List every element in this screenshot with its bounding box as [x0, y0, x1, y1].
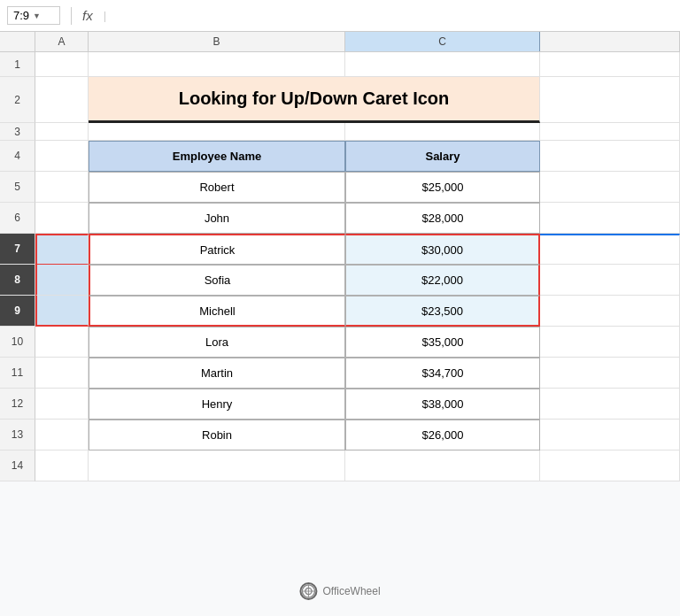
row-number-13[interactable]: 13 — [0, 420, 35, 450]
cell-a11[interactable] — [35, 358, 89, 389]
cell-d13[interactable] — [540, 420, 680, 450]
cell-a3[interactable] — [35, 123, 89, 141]
cell-d10[interactable] — [540, 327, 680, 358]
table-row: 9 Michell $23,500 — [0, 296, 680, 327]
salary-henry: $38,000 — [422, 397, 464, 411]
cell-reference-box[interactable]: 7:9 ▼ — [7, 6, 60, 25]
row-number-4[interactable]: 4 — [0, 141, 35, 172]
cell-c10[interactable]: $35,000 — [345, 327, 540, 358]
cell-a2[interactable] — [35, 77, 89, 123]
row-number-7[interactable]: 7 — [0, 234, 35, 265]
col-header-b[interactable]: B — [89, 32, 345, 51]
row-number-3[interactable]: 3 — [0, 123, 35, 141]
salary-robert: $25,000 — [422, 181, 464, 194]
col-salary-header: Salary — [425, 150, 460, 163]
cell-d2[interactable] — [540, 77, 680, 123]
cell-b6[interactable]: John — [89, 203, 345, 234]
cell-c14[interactable] — [345, 450, 540, 481]
cell-c5[interactable]: $25,000 — [345, 172, 540, 203]
cell-b9[interactable]: Michell — [89, 296, 345, 327]
cell-a4[interactable] — [35, 141, 89, 172]
cell-c7[interactable]: $30,000 — [345, 234, 540, 265]
dropdown-icon[interactable]: ▼ — [33, 12, 41, 20]
cell-b11[interactable]: Martin — [89, 358, 345, 389]
name-martin: Martin — [201, 366, 233, 380]
cell-c8[interactable]: $22,000 — [345, 265, 540, 296]
cell-d5[interactable] — [540, 172, 680, 203]
table-row: 10 Lora $35,000 — [0, 327, 680, 358]
col-header-d[interactable] — [540, 32, 680, 51]
cell-a10[interactable] — [35, 327, 89, 358]
cell-c4-header[interactable]: Salary — [345, 141, 540, 172]
row-number-11[interactable]: 11 — [0, 358, 35, 389]
fx-separator — [71, 7, 72, 25]
cell-a8[interactable] — [35, 265, 89, 296]
cell-a7[interactable] — [35, 234, 89, 265]
cell-d4[interactable] — [540, 141, 680, 172]
cell-d12[interactable] — [540, 389, 680, 420]
row-number-6[interactable]: 6 — [0, 203, 35, 234]
table-row: 8 Sofia $22,000 — [0, 265, 680, 296]
cell-d3[interactable] — [540, 123, 680, 141]
cell-d8[interactable] — [540, 265, 680, 296]
row-number-5[interactable]: 5 — [0, 172, 35, 203]
row-number-14[interactable]: 14 — [0, 450, 35, 481]
cell-a6[interactable] — [35, 203, 89, 234]
cell-b4-header[interactable]: Employee Name — [89, 141, 345, 172]
cell-ref-value: 7:9 — [13, 9, 29, 22]
cell-d14[interactable] — [540, 450, 680, 481]
cell-d1[interactable] — [540, 52, 680, 77]
cell-b5[interactable]: Robert — [89, 172, 345, 203]
cell-b10[interactable]: Lora — [89, 327, 345, 358]
cell-c12[interactable]: $38,000 — [345, 389, 540, 420]
col-name-header: Employee Name — [173, 150, 261, 163]
row-number-9[interactable]: 9 — [0, 296, 35, 327]
cell-d7[interactable] — [540, 234, 680, 265]
title-merged-cell[interactable]: Looking for Up/Down Caret Icon — [89, 77, 540, 123]
cell-b14[interactable] — [89, 450, 345, 481]
cell-a14[interactable] — [35, 450, 89, 481]
formula-bar-separator: | — [104, 9, 106, 22]
row-number-2[interactable]: 2 — [0, 77, 35, 123]
row-number-8[interactable]: 8 — [0, 265, 35, 296]
cell-c13[interactable]: $26,000 — [345, 420, 540, 450]
cell-c6[interactable]: $28,000 — [345, 203, 540, 234]
table-row: 2 Looking for Up/Down Caret Icon — [0, 77, 680, 123]
cell-d6[interactable] — [540, 203, 680, 234]
cell-a1[interactable] — [35, 52, 89, 77]
cell-b13[interactable]: Robin — [89, 420, 345, 450]
table-row: 5 Robert $25,000 — [0, 172, 680, 203]
watermark-logo — [299, 582, 317, 600]
cell-c11[interactable]: $34,700 — [345, 358, 540, 389]
row-number-1[interactable]: 1 — [0, 52, 35, 77]
table-row: 1 — [0, 52, 680, 77]
cell-a9[interactable] — [35, 296, 89, 327]
cell-a12[interactable] — [35, 389, 89, 420]
salary-robin: $26,000 — [422, 428, 464, 442]
cell-d9[interactable] — [540, 296, 680, 327]
name-sofia: Sofia — [205, 273, 231, 287]
cell-a5[interactable] — [35, 172, 89, 203]
row-number-10[interactable]: 10 — [0, 327, 35, 358]
rows-area: 1 2 Looking for Up/Down Caret Icon 3 4 — [0, 52, 680, 616]
corner-cell — [0, 32, 35, 51]
col-header-a[interactable]: A — [35, 32, 89, 51]
cell-b1[interactable] — [89, 52, 345, 77]
table-row: 3 — [0, 123, 680, 141]
cell-d11[interactable] — [540, 358, 680, 389]
cell-c1[interactable] — [345, 52, 540, 77]
cell-a13[interactable] — [35, 420, 89, 450]
table-row: 14 — [0, 450, 680, 481]
watermark-text: OfficeWheel — [322, 585, 380, 597]
salary-john: $28,000 — [422, 212, 464, 225]
cell-b7[interactable]: Patrick — [89, 234, 345, 265]
name-henry: Henry — [202, 397, 233, 411]
cell-c9[interactable]: $23,500 — [345, 296, 540, 327]
cell-b12[interactable]: Henry — [89, 389, 345, 420]
cell-b8[interactable]: Sofia — [89, 265, 345, 296]
col-header-c[interactable]: C — [345, 32, 540, 51]
cell-b3[interactable] — [89, 123, 345, 141]
table-row: 13 Robin $26,000 — [0, 420, 680, 450]
row-number-12[interactable]: 12 — [0, 389, 35, 420]
cell-c3[interactable] — [345, 123, 540, 141]
